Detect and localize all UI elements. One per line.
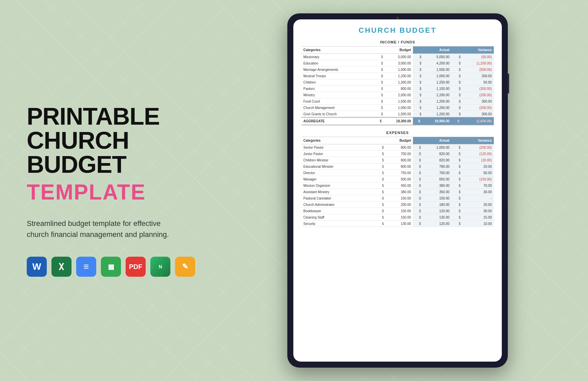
expenses-actual-amount: 650.00 [422,176,451,182]
expenses-budget-amount: 800.00 [385,163,413,170]
income-actual-dollar: $ [413,73,422,79]
income-variance-dollar: $ [451,79,461,86]
income-cat-name: Education [301,60,375,67]
income-actual-dollar: $ [413,105,422,111]
income-actual-dollar: $ [413,92,422,98]
expenses-table-row: Church Administrator $ 200.00 $ 180.00 $… [301,202,494,208]
expenses-actual-dollar: $ [413,208,422,214]
income-variance-dollar: $ [451,60,461,67]
income-cat-name: Church Management [301,105,375,111]
income-actual-dollar: $ [413,79,422,86]
income-table-row: Education $ 3,000.00 $ 4,200.00 $ (1,200… [301,60,494,67]
expenses-variance-amount: 70.00 [461,182,494,189]
income-budget-dollar: $ [375,105,384,111]
income-actual-dollar: $ [413,54,422,60]
income-actual-dollar: $ [413,67,422,73]
expenses-cat-name: Assistant Ministry [301,189,375,195]
right-panel: CHURCH BUDGET INCOME / FUNDS Categories … [220,0,588,381]
expenses-budget-amount: 150.00 [385,214,413,221]
expenses-budget-amount: 800.00 [385,144,413,151]
expenses-actual-amount: 820.00 [422,157,451,163]
income-budget-dollar: $ [375,86,384,92]
income-variance-dollar: $ [451,98,461,105]
income-actual-amount: 4,200.00 [422,60,451,67]
income-cat-name: Govt Grants to Church [301,111,375,118]
income-table-row: Musical Troops $ 1,200.00 $ 1,000.00 $ 2… [301,73,494,79]
income-actual-amount: 1,200.00 [422,105,451,111]
income-col-actual: Actual [413,46,451,54]
pdf-icon: PDF [126,257,146,277]
expenses-variance-amount: (200.00) [461,144,494,151]
expenses-actual-amount: 1,000.00 [422,144,451,151]
expenses-actual-amount: 350.00 [422,189,451,195]
income-actual-amount: 1,500.00 [422,67,451,73]
keynote-icon: ✎ [175,257,195,277]
income-variance-amount: (500.00) [461,67,494,73]
expenses-budget-dollar: $ [375,189,385,195]
expenses-variance-dollar: $ [451,189,461,195]
expenses-table-row: Mission Organizer $ 450.00 $ 380.00 $ 70… [301,182,494,189]
income-actual-amount: 2,200.00 [422,92,451,98]
expenses-budget-dollar: $ [375,202,385,208]
expenses-spacer-table [301,125,494,131]
income-variance-dollar: $ [451,67,461,73]
expenses-cat-name: Cleaning Staff [301,214,375,221]
expenses-actual-amount: 180.00 [422,202,451,208]
income-variance-dollar: $ [451,105,461,111]
expenses-variance-dollar: $ [451,170,461,176]
income-col-categories: Categories [301,46,375,54]
income-cat-name: Musical Troops [301,73,375,79]
expenses-budget-dollar: $ [375,144,385,151]
expenses-table-row: Assistant Ministry $ 380.00 $ 350.00 $ 3… [301,189,494,195]
income-budget-amount: 2,000.00 [384,92,413,98]
expenses-col-actual: Actual [413,137,451,144]
expenses-actual-dollar: $ [413,170,422,176]
income-actual-amount: 5,050.00 [422,54,451,60]
spreadsheet-content: CHURCH BUDGET INCOME / FUNDS Categories … [293,19,502,362]
expenses-table-row: Manager $ 500.00 $ 650.00 $ (150.00) [301,176,494,182]
expenses-variance-amount: 30.00 [461,208,494,214]
income-actual-amount: 1,100.00 [422,86,451,92]
expenses-cat-name: Mission Organizer [301,182,375,189]
income-table-row: Govt Grants to Church $ 1,500.00 $ 1,200… [301,111,494,118]
income-variance-amount: (200.00) [461,105,494,111]
expenses-actual-amount: 820.00 [422,151,451,157]
expenses-budget-amount: 150.00 [385,195,413,202]
aggregate-actual-dollar: $ [413,117,422,125]
expenses-variance-dollar: $ [451,208,461,214]
expenses-actual-dollar: $ [413,144,422,151]
income-budget-amount: 800.00 [384,86,413,92]
expenses-cat-name: Manager [301,176,375,182]
income-budget-dollar: $ [375,92,384,98]
expenses-variance-dollar: $ [451,182,461,189]
expenses-variance-dollar: $ [451,157,461,163]
expenses-table-row: Director $ 750.00 $ 700.00 $ 50.00 [301,170,494,176]
income-table: Categories Budget Actual Variance Missio… [301,46,494,125]
expenses-budget-dollar: $ [375,157,385,163]
income-budget-dollar: $ [375,54,384,60]
income-budget-dollar: $ [375,60,384,67]
income-budget-amount: 1,200.00 [384,73,413,79]
expenses-variance-amount: (150.00) [461,176,494,182]
expenses-variance-dollar: $ [451,163,461,170]
expenses-budget-dollar: $ [375,214,385,221]
expenses-cat-name: Director [301,170,375,176]
expenses-actual-dollar: $ [413,189,422,195]
expenses-variance-dollar: $ [451,176,461,182]
tablet-power-button [508,74,509,94]
expenses-table: Categories Budget Actual Variance Senior… [301,137,494,227]
expenses-variance-amount: 20.00 [461,202,494,208]
title-line-2: CHURCH [27,128,200,152]
aggregate-variance-dollar: $ [451,117,461,125]
income-cat-name: Children [301,79,375,86]
gsheets-icon: ▦ [101,257,121,277]
income-variance-amount: 300.00 [461,111,494,118]
income-budget-dollar: $ [375,73,384,79]
title-line-3: BUDGET [27,152,200,176]
excel-icon: X [51,257,71,277]
income-actual-dollar: $ [413,111,422,118]
expenses-budget-amount: 200.00 [385,202,413,208]
income-table-row: Pastors $ 800.00 $ 1,100.00 $ (300.00) [301,86,494,92]
expenses-variance-dollar: $ [451,151,461,157]
expenses-col-budget: Budget [375,137,413,144]
